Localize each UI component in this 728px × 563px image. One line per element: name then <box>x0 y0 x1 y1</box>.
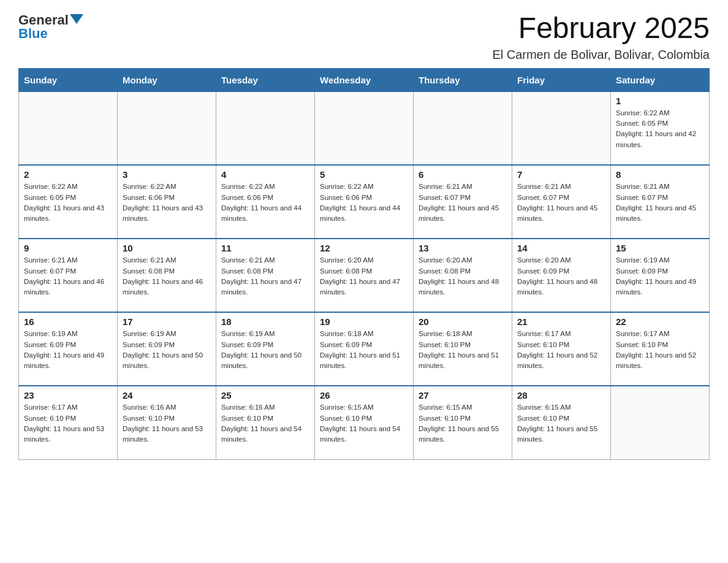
day-info: Sunrise: 6:16 AM Sunset: 6:10 PM Dayligh… <box>221 402 309 445</box>
day-info: Sunrise: 6:21 AM Sunset: 6:08 PM Dayligh… <box>221 255 309 297</box>
calendar-cell: 19Sunrise: 6:18 AM Sunset: 6:09 PM Dayli… <box>315 312 414 386</box>
location-text: El Carmen de Bolivar, Bolivar, Colombia <box>492 48 710 62</box>
page-header: General Blue February 2025 El Carmen de … <box>18 12 710 62</box>
calendar-cell: 4Sunrise: 6:22 AM Sunset: 6:06 PM Daylig… <box>216 165 315 239</box>
calendar-cell: 25Sunrise: 6:16 AM Sunset: 6:10 PM Dayli… <box>216 386 315 459</box>
calendar-week-row: 23Sunrise: 6:17 AM Sunset: 6:10 PM Dayli… <box>19 386 710 459</box>
calendar-cell: 7Sunrise: 6:21 AM Sunset: 6:07 PM Daylig… <box>512 165 611 239</box>
day-number: 20 <box>419 316 507 327</box>
calendar-cell: 18Sunrise: 6:19 AM Sunset: 6:09 PM Dayli… <box>216 312 315 386</box>
calendar-week-row: 2Sunrise: 6:22 AM Sunset: 6:05 PM Daylig… <box>19 165 710 239</box>
day-number: 13 <box>419 243 507 253</box>
day-number: 5 <box>320 169 408 180</box>
day-number: 24 <box>123 390 211 400</box>
day-number: 19 <box>320 316 408 327</box>
day-info: Sunrise: 6:21 AM Sunset: 6:07 PM Dayligh… <box>24 255 112 297</box>
calendar-cell: 2Sunrise: 6:22 AM Sunset: 6:05 PM Daylig… <box>19 165 118 239</box>
calendar-cell: 3Sunrise: 6:22 AM Sunset: 6:06 PM Daylig… <box>118 165 216 239</box>
calendar-cell: 22Sunrise: 6:17 AM Sunset: 6:10 PM Dayli… <box>611 312 710 386</box>
calendar-cell: 6Sunrise: 6:21 AM Sunset: 6:07 PM Daylig… <box>414 165 512 239</box>
day-number: 7 <box>517 169 605 180</box>
calendar-header-sunday: Sunday <box>19 68 118 91</box>
day-info: Sunrise: 6:15 AM Sunset: 6:10 PM Dayligh… <box>320 402 408 445</box>
calendar-week-row: 16Sunrise: 6:19 AM Sunset: 6:09 PM Dayli… <box>19 312 710 386</box>
day-number: 3 <box>123 169 211 180</box>
day-info: Sunrise: 6:22 AM Sunset: 6:06 PM Dayligh… <box>221 182 309 224</box>
svg-marker-0 <box>70 14 83 24</box>
day-info: Sunrise: 6:15 AM Sunset: 6:10 PM Dayligh… <box>419 402 507 445</box>
calendar-cell: 21Sunrise: 6:17 AM Sunset: 6:10 PM Dayli… <box>512 312 611 386</box>
day-number: 4 <box>221 169 309 180</box>
calendar-cell <box>118 91 216 165</box>
day-info: Sunrise: 6:19 AM Sunset: 6:09 PM Dayligh… <box>123 329 211 371</box>
calendar-header-saturday: Saturday <box>611 68 710 91</box>
calendar-cell: 14Sunrise: 6:20 AM Sunset: 6:09 PM Dayli… <box>512 239 611 312</box>
day-number: 17 <box>123 316 211 327</box>
day-number: 26 <box>320 390 408 400</box>
calendar-header-tuesday: Tuesday <box>216 68 315 91</box>
day-info: Sunrise: 6:22 AM Sunset: 6:05 PM Dayligh… <box>24 182 112 224</box>
calendar-cell <box>315 91 414 165</box>
day-number: 8 <box>616 169 704 180</box>
day-info: Sunrise: 6:17 AM Sunset: 6:10 PM Dayligh… <box>24 402 112 445</box>
day-number: 23 <box>24 390 112 400</box>
day-info: Sunrise: 6:19 AM Sunset: 6:09 PM Dayligh… <box>24 329 112 371</box>
calendar-cell: 26Sunrise: 6:15 AM Sunset: 6:10 PM Dayli… <box>315 386 414 459</box>
calendar-cell: 28Sunrise: 6:15 AM Sunset: 6:10 PM Dayli… <box>512 386 611 459</box>
logo: General Blue <box>18 12 83 40</box>
title-section: February 2025 El Carmen de Bolivar, Boli… <box>492 12 710 62</box>
calendar-week-row: 1Sunrise: 6:22 AM Sunset: 6:05 PM Daylig… <box>19 91 710 165</box>
calendar-cell: 10Sunrise: 6:21 AM Sunset: 6:08 PM Dayli… <box>118 239 216 312</box>
calendar-cell: 9Sunrise: 6:21 AM Sunset: 6:07 PM Daylig… <box>19 239 118 312</box>
day-info: Sunrise: 6:21 AM Sunset: 6:08 PM Dayligh… <box>123 255 211 297</box>
logo-triangle-icon <box>70 14 83 28</box>
calendar-table: SundayMondayTuesdayWednesdayThursdayFrid… <box>18 68 710 460</box>
calendar-cell: 17Sunrise: 6:19 AM Sunset: 6:09 PM Dayli… <box>118 312 216 386</box>
day-number: 16 <box>24 316 112 327</box>
calendar-header-row: SundayMondayTuesdayWednesdayThursdayFrid… <box>19 68 710 91</box>
day-info: Sunrise: 6:18 AM Sunset: 6:09 PM Dayligh… <box>320 329 408 371</box>
calendar-cell <box>216 91 315 165</box>
calendar-header-friday: Friday <box>512 68 611 91</box>
month-title: February 2025 <box>492 12 710 45</box>
day-number: 22 <box>616 316 704 327</box>
day-info: Sunrise: 6:17 AM Sunset: 6:10 PM Dayligh… <box>517 329 605 371</box>
calendar-header-wednesday: Wednesday <box>315 68 414 91</box>
calendar-cell: 11Sunrise: 6:21 AM Sunset: 6:08 PM Dayli… <box>216 239 315 312</box>
calendar-cell: 5Sunrise: 6:22 AM Sunset: 6:06 PM Daylig… <box>315 165 414 239</box>
logo-blue-text: Blue <box>18 27 48 40</box>
calendar-cell: 24Sunrise: 6:16 AM Sunset: 6:10 PM Dayli… <box>118 386 216 459</box>
calendar-week-row: 9Sunrise: 6:21 AM Sunset: 6:07 PM Daylig… <box>19 239 710 312</box>
day-number: 10 <box>123 243 211 253</box>
calendar-cell <box>414 91 512 165</box>
day-number: 15 <box>616 243 704 253</box>
day-info: Sunrise: 6:22 AM Sunset: 6:06 PM Dayligh… <box>123 182 211 224</box>
calendar-cell: 20Sunrise: 6:18 AM Sunset: 6:10 PM Dayli… <box>414 312 512 386</box>
calendar-cell: 12Sunrise: 6:20 AM Sunset: 6:08 PM Dayli… <box>315 239 414 312</box>
day-number: 18 <box>221 316 309 327</box>
day-number: 12 <box>320 243 408 253</box>
day-info: Sunrise: 6:18 AM Sunset: 6:10 PM Dayligh… <box>419 329 507 371</box>
day-number: 2 <box>24 169 112 180</box>
day-number: 14 <box>517 243 605 253</box>
day-number: 27 <box>419 390 507 400</box>
calendar-cell: 27Sunrise: 6:15 AM Sunset: 6:10 PM Dayli… <box>414 386 512 459</box>
calendar-cell: 16Sunrise: 6:19 AM Sunset: 6:09 PM Dayli… <box>19 312 118 386</box>
day-number: 28 <box>517 390 605 400</box>
day-info: Sunrise: 6:16 AM Sunset: 6:10 PM Dayligh… <box>123 402 211 445</box>
day-number: 25 <box>221 390 309 400</box>
day-info: Sunrise: 6:19 AM Sunset: 6:09 PM Dayligh… <box>221 329 309 371</box>
day-info: Sunrise: 6:21 AM Sunset: 6:07 PM Dayligh… <box>616 182 704 224</box>
day-info: Sunrise: 6:15 AM Sunset: 6:10 PM Dayligh… <box>517 402 605 445</box>
day-info: Sunrise: 6:17 AM Sunset: 6:10 PM Dayligh… <box>616 329 704 371</box>
calendar-cell: 1Sunrise: 6:22 AM Sunset: 6:05 PM Daylig… <box>611 91 710 165</box>
day-info: Sunrise: 6:20 AM Sunset: 6:09 PM Dayligh… <box>517 255 605 297</box>
calendar-header-thursday: Thursday <box>414 68 512 91</box>
calendar-cell <box>512 91 611 165</box>
calendar-cell: 8Sunrise: 6:21 AM Sunset: 6:07 PM Daylig… <box>611 165 710 239</box>
day-info: Sunrise: 6:19 AM Sunset: 6:09 PM Dayligh… <box>616 255 704 297</box>
day-info: Sunrise: 6:22 AM Sunset: 6:05 PM Dayligh… <box>616 108 704 150</box>
day-info: Sunrise: 6:21 AM Sunset: 6:07 PM Dayligh… <box>517 182 605 224</box>
calendar-cell: 13Sunrise: 6:20 AM Sunset: 6:08 PM Dayli… <box>414 239 512 312</box>
day-number: 6 <box>419 169 507 180</box>
